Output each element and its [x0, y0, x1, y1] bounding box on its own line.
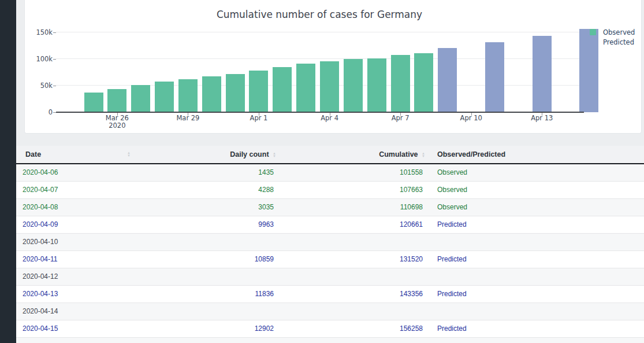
y-tick-mark [53, 59, 56, 60]
column-header-observed-predicted-label: Observed/Predicted [437, 150, 505, 158]
sort-icon[interactable]: ▲▼ [273, 152, 276, 158]
cell-cumulative: 156258 [278, 320, 427, 337]
cell-status [427, 233, 644, 250]
observed-swatch-icon [590, 29, 596, 35]
bar-2020-03-28-observed[interactable] [155, 82, 174, 112]
x-tick-label-mar-26: Mar 262020 [106, 115, 129, 130]
cell-daily-count: 11836 [134, 285, 278, 303]
table-row-2020-04-10: 2020-04-10 [16, 233, 644, 250]
table-row-2020-04-15: 2020-04-1512902156258Predicted [16, 320, 644, 337]
x-tick-label-mar-29: Mar 29 [176, 115, 199, 122]
cell-cumulative [278, 303, 427, 320]
bar-2020-04-04-observed[interactable] [320, 61, 339, 112]
cell-status: Predicted [427, 285, 644, 303]
cell-cumulative: 107663 [278, 181, 427, 198]
y-tick-label-100k: 100k [27, 55, 53, 63]
y-tick-mark [53, 112, 56, 113]
column-header-daily-count[interactable]: Daily count ▲▼ [134, 146, 278, 164]
cell-date: 2020-04-06 [16, 164, 134, 181]
bar-2020-04-06-observed[interactable] [367, 58, 386, 112]
cell-daily-count: 12902 [134, 320, 278, 337]
plot-area [56, 32, 583, 112]
cell-cumulative [278, 268, 427, 285]
bar-2020-04-02-observed[interactable] [273, 67, 292, 112]
cell-status: Predicted [427, 216, 644, 233]
cell-cumulative: 131520 [278, 250, 427, 268]
table-row-2020-04-12: 2020-04-12 [16, 268, 644, 285]
column-header-date[interactable]: Date ▲▼ [16, 146, 134, 164]
predicted-swatch-icon [590, 39, 596, 45]
bar-2020-04-08-observed[interactable] [414, 53, 433, 112]
legend-item-observed[interactable]: Observed [590, 27, 635, 37]
cell-daily-count [134, 337, 278, 343]
data-table: Date ▲▼ Daily count ▲▼ Cumulative ▲▼ Obs… [16, 146, 644, 343]
cell-date: 2020-04-09 [16, 216, 134, 233]
bar-2020-04-01-observed[interactable] [249, 71, 268, 112]
table-row-2020-04-09: 2020-04-099963120661Predicted [16, 216, 644, 233]
cell-daily-count: 3035 [134, 198, 278, 216]
legend-item-predicted[interactable]: Predicted [590, 37, 635, 47]
bar-2020-03-26-observed[interactable] [107, 89, 126, 112]
x-tick-label-apr-7: Apr 7 [392, 115, 410, 122]
cell-cumulative: 101558 [278, 164, 427, 181]
cell-cumulative [278, 337, 427, 343]
cell-date: 2020-04-07 [16, 181, 134, 198]
cell-date: 2020-04-11 [16, 250, 134, 268]
y-tick-label-50k: 50k [27, 82, 53, 90]
bar-2020-04-11-predicted[interactable] [485, 42, 504, 112]
cell-daily-count: 10859 [134, 250, 278, 268]
cell-status: Predicted [427, 320, 644, 337]
cell-date: 2020-04-12 [16, 268, 134, 285]
cell-daily-count: 1435 [134, 164, 278, 181]
bar-2020-04-03-observed[interactable] [296, 64, 315, 112]
legend: Observed Predicted [590, 27, 635, 47]
bar-2020-04-07-observed[interactable] [391, 55, 410, 112]
bar-2020-03-31-observed[interactable] [226, 74, 245, 112]
sort-icon[interactable]: ▲▼ [422, 152, 425, 158]
cell-cumulative: 143356 [278, 285, 427, 303]
table-row-2020-04-16: 2020-04-16 [16, 337, 644, 343]
column-header-daily-count-label: Daily count [230, 150, 269, 158]
gridline-150k [56, 32, 583, 32]
cell-status: Observed [427, 164, 644, 181]
x-axis-line [56, 112, 584, 113]
bar-2020-03-27-observed[interactable] [131, 85, 150, 112]
bar-2020-03-29-observed[interactable] [178, 79, 198, 112]
legend-label-predicted: Predicted [603, 38, 634, 46]
table-row-2020-04-14: 2020-04-14 [16, 303, 644, 320]
x-tick-label-apr-13: Apr 13 [531, 115, 553, 122]
cell-date: 2020-04-13 [16, 285, 134, 303]
column-header-cumulative[interactable]: Cumulative ▲▼ [278, 146, 427, 164]
y-tick-label-0: 0 [27, 108, 53, 116]
cell-status [427, 268, 644, 285]
bar-2020-03-30-observed[interactable] [202, 76, 221, 112]
x-tick-label-apr-10: Apr 10 [460, 115, 482, 122]
legend-label-observed: Observed [603, 28, 635, 36]
cell-daily-count [134, 268, 278, 285]
cell-status [427, 303, 644, 320]
bar-2020-04-09-predicted[interactable] [438, 48, 457, 112]
cell-daily-count: 4288 [134, 181, 278, 198]
bar-2020-03-25-observed[interactable] [84, 93, 103, 112]
cell-date: 2020-04-15 [16, 320, 134, 337]
app-sidebar [0, 0, 16, 343]
table-row-2020-04-06: 2020-04-061435101558Observed [16, 164, 644, 181]
cell-cumulative: 110698 [278, 198, 427, 216]
x-tick-label-apr-4: Apr 4 [321, 115, 338, 122]
cell-daily-count: 9963 [134, 216, 278, 233]
bar-2020-04-13-predicted[interactable] [533, 36, 552, 112]
table-row-2020-04-11: 2020-04-1110859131520Predicted [16, 250, 644, 268]
table-row-2020-04-08: 2020-04-083035110698Observed [16, 198, 644, 216]
cell-status [427, 337, 644, 343]
column-header-observed-predicted[interactable]: Observed/Predicted [427, 146, 644, 164]
cell-daily-count [134, 233, 278, 250]
cell-date: 2020-04-08 [16, 198, 134, 216]
column-header-date-label: Date [25, 150, 41, 158]
cell-cumulative: 120661 [278, 216, 427, 233]
table-header-row: Date ▲▼ Daily count ▲▼ Cumulative ▲▼ Obs… [16, 146, 644, 164]
cell-date: 2020-04-14 [16, 303, 134, 320]
sort-icon[interactable]: ▲▼ [127, 152, 131, 157]
bar-2020-04-05-observed[interactable] [344, 59, 363, 112]
table-row-2020-04-07: 2020-04-074288107663Observed [16, 181, 644, 198]
cell-date: 2020-04-16 [16, 337, 134, 343]
